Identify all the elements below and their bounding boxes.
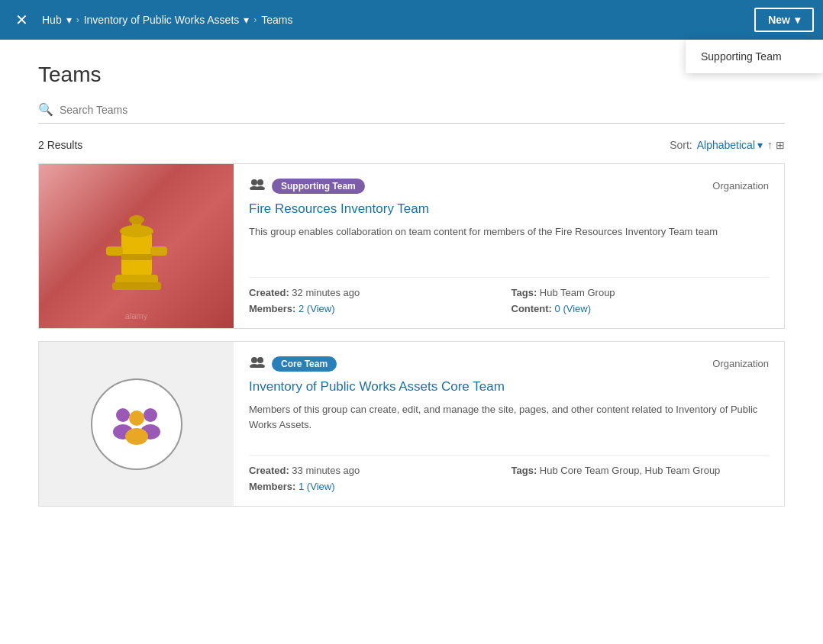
meta-tags-value-core: Hub Core Team Group, Hub Team Group bbox=[540, 465, 721, 476]
meta-members-link-core[interactable]: 1 (View) bbox=[299, 481, 334, 492]
svg-point-15 bbox=[144, 408, 157, 422]
team-org-fire: Organization bbox=[712, 180, 769, 192]
team-card-image-fire: alamy bbox=[39, 164, 234, 328]
sort-label: Sort: bbox=[670, 139, 692, 151]
meta-tags-value-fire: Hub Team Group bbox=[540, 287, 615, 298]
meta-members-core: Members: 1 (View) bbox=[249, 481, 507, 492]
meta-members-link-fire[interactable]: 2 (View) bbox=[299, 303, 334, 314]
team-type-icon-core bbox=[249, 356, 266, 372]
team-name-fire[interactable]: Fire Resources Inventory Team bbox=[249, 201, 769, 217]
new-button[interactable]: New ▾ bbox=[754, 8, 814, 32]
meta-tags-core: Tags: Hub Core Team Group, Hub Team Grou… bbox=[512, 465, 770, 476]
dropdown-item-supporting-team[interactable]: Supporting Team bbox=[686, 40, 823, 73]
svg-point-9 bbox=[251, 179, 257, 185]
team-badge-core: Core Team bbox=[272, 356, 337, 372]
meta-members-label-fire: Members: bbox=[249, 303, 299, 314]
sort-value-label: Alphabetical bbox=[697, 139, 755, 151]
search-input[interactable] bbox=[60, 104, 785, 116]
fire-hydrant-svg bbox=[98, 189, 175, 304]
breadcrumb: Hub ▾ › Inventory of Public Works Assets… bbox=[42, 14, 754, 26]
team-description-core: Members of this group can create, edit, … bbox=[249, 402, 769, 432]
team-card-header-left-fire: Supporting Team bbox=[249, 178, 365, 194]
team-type-icon-fire bbox=[249, 178, 266, 194]
sort-select[interactable]: Alphabetical ▾ bbox=[697, 139, 763, 151]
hub-label: Hub bbox=[42, 14, 62, 26]
results-count: 2 Results bbox=[38, 139, 82, 151]
svg-point-18 bbox=[125, 428, 148, 445]
core-team-placeholder bbox=[39, 342, 234, 506]
meta-members-label-core: Members: bbox=[249, 481, 299, 492]
meta-content-fire: Content: 0 (View) bbox=[512, 303, 770, 314]
new-button-caret: ▾ bbox=[795, 14, 800, 26]
svg-rect-4 bbox=[106, 246, 123, 256]
meta-created-core: Created: 33 minutes ago bbox=[249, 465, 507, 476]
team-org-core: Organization bbox=[712, 358, 769, 369]
section-link[interactable]: Teams bbox=[261, 14, 292, 26]
team-card-header-core: Core Team Organization bbox=[249, 356, 769, 372]
meta-tags-fire: Tags: Hub Team Group bbox=[512, 287, 770, 298]
team-card-core: Core Team Organization Inventory of Publ… bbox=[38, 341, 785, 507]
team-badge-supporting: Supporting Team bbox=[272, 179, 365, 194]
meta-content-link-fire[interactable]: 0 (View) bbox=[555, 303, 591, 314]
team-card-header-fire: Supporting Team Organization bbox=[249, 178, 769, 194]
svg-point-17 bbox=[129, 411, 144, 426]
new-button-label: New bbox=[768, 14, 790, 26]
breadcrumb-chevron-2: › bbox=[253, 14, 257, 25]
meta-created-label-fire: Created: bbox=[249, 287, 292, 298]
team-card-content-core: Core Team Organization Inventory of Publ… bbox=[234, 342, 784, 506]
project-caret: ▾ bbox=[244, 14, 249, 26]
fire-hydrant-image: alamy bbox=[39, 164, 234, 328]
team-card-header-left-core: Core Team bbox=[249, 356, 337, 372]
svg-point-13 bbox=[116, 408, 130, 422]
app-header: ✕ Hub ▾ › Inventory of Public Works Asse… bbox=[0, 0, 823, 40]
project-label: Inventory of Public Works Assets bbox=[84, 14, 240, 26]
project-link[interactable]: Inventory of Public Works Assets ▾ bbox=[84, 14, 250, 26]
svg-point-20 bbox=[257, 357, 263, 363]
sort-bar: Sort: Alphabetical ▾ ↑ ⊞ bbox=[670, 139, 785, 151]
team-meta-fire: Created: 32 minutes ago Tags: Hub Team G… bbox=[249, 277, 769, 314]
meta-tags-label-core: Tags: bbox=[512, 465, 540, 476]
team-avatar-circle bbox=[91, 378, 182, 470]
svg-rect-8 bbox=[121, 254, 152, 260]
meta-created-value-fire: 32 minutes ago bbox=[292, 287, 360, 298]
team-card-fire-resources: alamy Supporting Team Organizati bbox=[38, 163, 785, 329]
team-description-fire: This group enables collaboration on team… bbox=[249, 224, 769, 240]
svg-rect-5 bbox=[150, 246, 167, 256]
page-title: Teams bbox=[38, 63, 785, 87]
team-avatar-svg bbox=[106, 401, 167, 447]
search-icon: 🔍 bbox=[38, 102, 53, 117]
sort-icons: ↑ ⊞ bbox=[767, 139, 785, 151]
team-meta-core: Created: 33 minutes ago Tags: Hub Core T… bbox=[249, 455, 769, 492]
meta-created-fire: Created: 32 minutes ago bbox=[249, 287, 507, 298]
svg-point-10 bbox=[257, 179, 263, 185]
sort-filter-icon[interactable]: ⊞ bbox=[776, 139, 785, 151]
sort-asc-icon[interactable]: ↑ bbox=[767, 139, 773, 151]
sort-caret: ▾ bbox=[757, 139, 763, 151]
new-dropdown-menu: Supporting Team bbox=[686, 40, 823, 73]
close-button[interactable]: ✕ bbox=[9, 8, 34, 32]
svg-point-19 bbox=[251, 357, 257, 363]
breadcrumb-chevron-1: › bbox=[76, 14, 79, 25]
meta-tags-label-fire: Tags: bbox=[512, 287, 540, 298]
meta-members-fire: Members: 2 (View) bbox=[249, 303, 507, 314]
search-box: 🔍 bbox=[38, 102, 785, 124]
meta-created-value-core: 33 minutes ago bbox=[292, 465, 360, 476]
meta-content-label-fire: Content: bbox=[512, 303, 555, 314]
results-bar: 2 Results Sort: Alphabetical ▾ ↑ ⊞ bbox=[38, 139, 785, 151]
team-name-core[interactable]: Inventory of Public Works Assets Core Te… bbox=[249, 379, 769, 394]
watermark: alamy bbox=[125, 311, 147, 320]
hub-link[interactable]: Hub ▾ bbox=[42, 14, 72, 26]
main-content: Teams 🔍 2 Results Sort: Alphabetical ▾ ↑… bbox=[0, 40, 823, 644]
svg-rect-7 bbox=[112, 282, 161, 290]
svg-point-3 bbox=[129, 215, 144, 224]
hub-caret: ▾ bbox=[66, 14, 72, 26]
meta-created-label-core: Created: bbox=[249, 465, 292, 476]
team-card-content-fire: Supporting Team Organization Fire Resour… bbox=[234, 164, 784, 328]
team-card-image-core bbox=[39, 342, 234, 506]
section-label: Teams bbox=[261, 14, 292, 26]
